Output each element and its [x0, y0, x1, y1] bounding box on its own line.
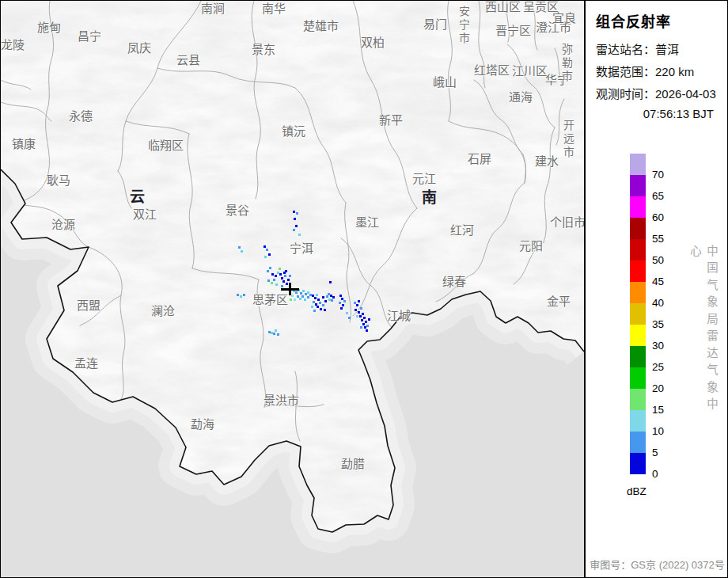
radar-echo-dot: [238, 246, 241, 249]
radar-echo-dot: [329, 281, 332, 283]
colorbar-tick-label: 5: [652, 447, 658, 458]
radar-map: 龙陵施甸昌宁凤庆云县南涧南华楚雄市双柏景东易门西山区呈贡区晋宁区澄江市宜良峨山红…: [1, 1, 584, 577]
colorbar-tick-label: 20: [652, 383, 664, 394]
radar-echo-dot: [291, 295, 294, 297]
obs-time-label: 观测时间：: [596, 87, 655, 101]
radar-echo-dot: [287, 279, 290, 281]
colorbar-segment: [630, 303, 646, 325]
radar-echo-dot: [324, 309, 326, 311]
colorbar-segment: [630, 282, 646, 303]
radar-echo-dot: [313, 310, 316, 312]
colorbar-tick-label: 55: [652, 234, 664, 245]
radar-echo-dot: [301, 295, 304, 298]
colorbar-tick-label: 70: [652, 169, 664, 181]
radar-echo-dot: [267, 279, 270, 282]
radar-echo-dot: [363, 317, 366, 319]
radar-echo-dot: [302, 290, 305, 292]
radar-echo-dot: [316, 294, 318, 296]
radar-echo-dot: [355, 309, 357, 311]
radar-echo-dot: [267, 270, 269, 272]
radar-echo-dot: [275, 275, 277, 277]
radar-echo-dot: [237, 294, 239, 296]
radar-echo-dot: [290, 299, 292, 301]
radar-echo-dot: [307, 296, 309, 299]
radar-echo-dot: [322, 296, 324, 299]
colorbar-segment: [630, 218, 646, 239]
radar-echo-dot: [275, 329, 277, 332]
radar-echo-dot: [319, 302, 321, 304]
radar-echo-dot: [368, 318, 370, 321]
radar-echo-dot: [362, 323, 365, 325]
radar-echo-dot: [296, 212, 298, 215]
radar-echo-dot: [362, 313, 364, 315]
radar-echo-dot: [282, 280, 285, 283]
station-name-row: 雷达站名：普洱: [596, 40, 719, 57]
obs-date-value: 2026-04-03: [655, 87, 716, 101]
colorbar-tick-label: 10: [652, 426, 664, 437]
data-range-row: 数据范围：220 km: [596, 63, 719, 79]
colorbar-tick-label: 50: [652, 255, 664, 266]
radar-echo-dot: [324, 300, 327, 302]
radar-echo-dot: [243, 294, 245, 296]
radar-echo-dot: [273, 279, 275, 281]
radar-echo-dot: [300, 292, 302, 295]
radar-echo-dot: [317, 306, 319, 308]
radar-echo-dot: [304, 299, 306, 301]
radar-echo-dot: [326, 295, 328, 298]
radar-echo-dot: [295, 291, 298, 294]
radar-echo-dot: [286, 283, 288, 285]
radar-echo-dot: [283, 272, 286, 274]
radar-echo-dot: [366, 329, 368, 332]
radar-echo-dot: [269, 267, 271, 269]
dbz-colorbar: [630, 154, 646, 474]
colorbar-segment: [630, 154, 646, 175]
colorbar-tick-label: 35: [652, 319, 664, 330]
radar-echo-dot: [268, 253, 271, 256]
colorbar-segment: [630, 410, 646, 432]
data-range-label: 数据范围：: [596, 65, 655, 78]
colorbar-tick-label: 45: [652, 276, 664, 287]
province-name-label: 云: [130, 189, 146, 204]
radar-echo-dot: [366, 325, 369, 327]
radar-echo-dot: [348, 317, 351, 319]
colorbar-segment: [630, 346, 646, 367]
map-approval-number: 审图号：GS京 (2022) 0372号: [586, 557, 728, 572]
radar-echo-dot: [332, 296, 335, 299]
radar-echo-dot: [279, 268, 281, 270]
colorbar-segment: [630, 453, 646, 474]
radar-echo-dot: [241, 250, 243, 253]
colorbar-segment: [630, 389, 646, 410]
radar-echo-dot: [271, 273, 274, 276]
colorbar-tick-label: 15: [652, 405, 664, 416]
colorbar-segment: [630, 260, 646, 282]
radar-echo-dot: [294, 218, 296, 220]
radar-echo-dot: [331, 299, 333, 302]
radar-echo-dot: [293, 229, 295, 231]
radar-viewer-window: 龙陵施甸昌宁凤庆云县南涧南华楚雄市双柏景东易门西山区呈贡区晋宁区澄江市宜良峨山红…: [0, 0, 728, 578]
radar-echo-dot: [339, 302, 341, 304]
radar-echo-dot: [317, 299, 320, 301]
radar-echo-dot: [271, 282, 273, 284]
radar-echo-dot: [311, 306, 313, 308]
colorbar-tick-label: 0: [652, 469, 658, 480]
data-range-value: 220 km: [655, 65, 694, 78]
colorbar-segment: [630, 175, 646, 196]
radar-echo-dot: [295, 225, 298, 227]
radar-echo-dot: [299, 298, 301, 300]
colorbar-segment: [630, 367, 646, 389]
radar-echo-dot: [273, 333, 275, 335]
radar-echo-dot: [264, 256, 267, 258]
radar-echo-dot: [298, 234, 301, 236]
radar-echo-dot: [281, 285, 283, 287]
radar-echo-dot: [339, 295, 342, 297]
radar-echo-dot: [279, 273, 282, 276]
radar-echo-dot: [360, 307, 362, 310]
radar-echo-dot: [356, 304, 358, 306]
colorbar-tick-label: 25: [652, 362, 664, 373]
radar-echo-dot: [281, 277, 283, 279]
colorbar-tick-label: 65: [652, 191, 664, 202]
colorbar-segment: [630, 196, 646, 218]
radar-echo-dot: [360, 326, 362, 329]
radar-echo-dot: [320, 308, 322, 310]
dbz-unit-label: dBZ: [627, 485, 646, 497]
